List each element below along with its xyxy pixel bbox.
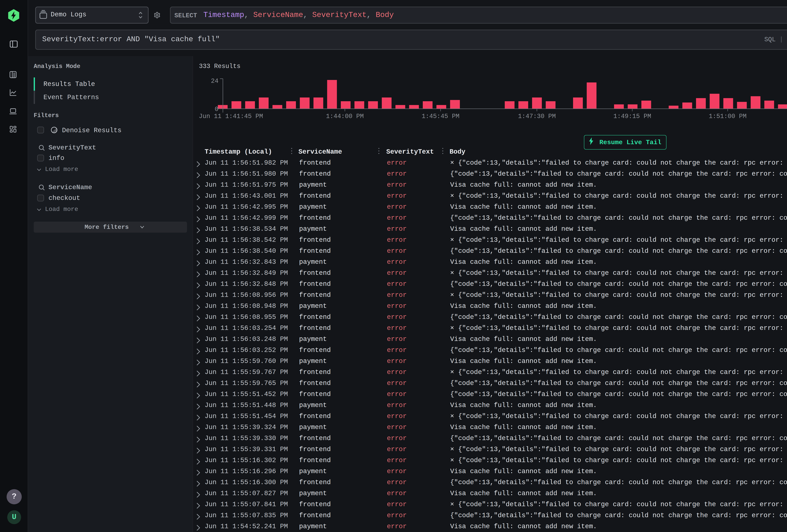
svg-text:1:44:00 PM: 1:44:00 PM — [326, 113, 364, 120]
svg-text:1:49:15 PM: 1:49:15 PM — [613, 113, 651, 120]
svg-text:1:47:30 PM: 1:47:30 PM — [518, 113, 556, 120]
svg-text:1:45:45 PM: 1:45:45 PM — [422, 113, 460, 120]
svg-text:Jun 11 1:41:45 PM: Jun 11 1:41:45 PM — [199, 113, 263, 120]
svg-text:1:51:00 PM: 1:51:00 PM — [709, 113, 747, 120]
svg-text:24: 24 — [211, 78, 218, 85]
svg-text:0: 0 — [215, 106, 218, 113]
